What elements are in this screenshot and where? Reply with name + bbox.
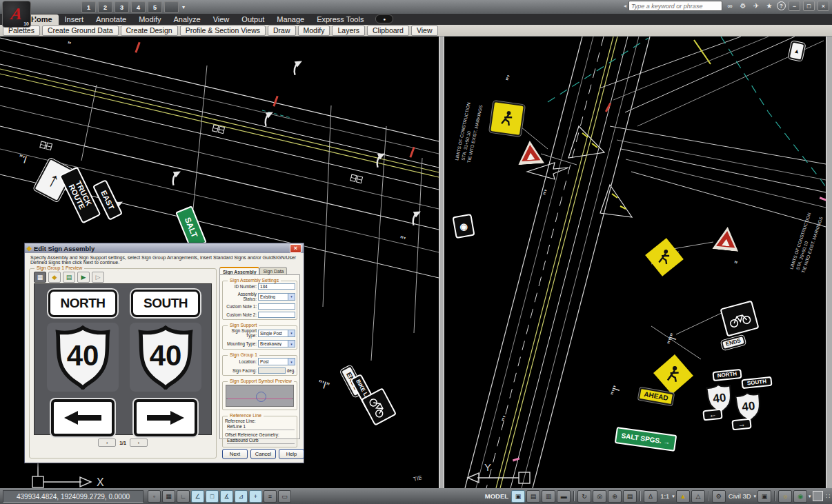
tab-output[interactable]: Output <box>235 14 270 25</box>
cancel-button[interactable]: Cancel <box>250 449 276 459</box>
qat-caret-icon[interactable]: ▾ <box>182 4 185 10</box>
tab-manage[interactable]: Manage <box>270 14 310 25</box>
south-label: SOUTH <box>747 379 767 387</box>
dialog-title-bar[interactable]: ◆ Edit Sign Assembly × <box>25 243 304 253</box>
communication-center-icon[interactable]: ✈ <box>751 1 762 11</box>
quick-properties-toggle[interactable]: ▭ <box>278 490 291 503</box>
panel-create-design[interactable]: Create Design <box>121 26 178 36</box>
panel-create-ground-data[interactable]: Create Ground Data <box>42 26 119 36</box>
panel-layers[interactable]: Layers <box>332 26 365 36</box>
tab-analyze[interactable]: Analyze <box>168 14 207 25</box>
showmotion-icon[interactable]: ▤ <box>623 490 637 503</box>
sign-preview-area[interactable]: NORTH 40 SOUTH <box>34 283 212 435</box>
panel-clipboard[interactable]: Clipboard <box>367 26 409 36</box>
preview-tool-edit-sign-button[interactable]: ▤ <box>63 272 75 283</box>
next-button[interactable]: Next <box>222 449 248 459</box>
tab-insert[interactable]: Insert <box>59 14 90 25</box>
panel-profile-section-views[interactable]: Profile & Section Views <box>180 26 266 36</box>
pager-next-button[interactable]: › <box>130 439 148 447</box>
viewport-divider[interactable] <box>439 37 444 488</box>
maximize-button[interactable]: □ <box>803 1 815 11</box>
help-icon[interactable]: ? <box>777 1 786 10</box>
status-menu-caret-icon[interactable]: ▾ <box>809 494 811 499</box>
autocad-logo-icon: A <box>10 5 23 23</box>
lock-icon[interactable]: ▣ <box>757 490 771 503</box>
location-select[interactable]: Post ▾ <box>258 358 295 365</box>
annotation-scale-icon[interactable]: ∆ <box>644 490 657 503</box>
favorites-star-icon[interactable]: ★ <box>764 1 775 11</box>
assembly-status-select[interactable]: Existing ▾ <box>258 293 295 301</box>
dynamic-input-toggle[interactable]: + <box>249 490 262 503</box>
workspace-label[interactable]: Civil 3D <box>729 492 751 500</box>
minimize-button[interactable]: − <box>789 1 800 11</box>
pan-icon[interactable]: ⊕ <box>608 490 622 503</box>
search-input[interactable] <box>628 1 722 11</box>
preview-tool-display-button[interactable]: ▦ <box>34 272 46 283</box>
subscription-wrench-icon[interactable]: ⚙ <box>737 1 749 11</box>
panel-modify[interactable]: Modify <box>298 26 330 36</box>
sign-arrow-left-plate[interactable]: ← <box>702 409 722 421</box>
sign-ped-square[interactable] <box>489 101 525 137</box>
tab-modify[interactable]: Modify <box>132 14 167 25</box>
qat-button-1[interactable]: 1 <box>81 1 96 13</box>
dialog-close-button[interactable]: × <box>290 244 301 253</box>
mounting-type-select[interactable]: Breakaway ▾ <box>258 340 295 347</box>
performance-bulb-icon[interactable]: ☼ <box>778 490 792 503</box>
up-arrow-glyph: ↑ <box>44 168 63 192</box>
dropdown-arrow-icon: ▾ <box>288 294 295 300</box>
symbol-preview-box <box>226 385 294 407</box>
resize-grip[interactable]: ∷ <box>826 492 830 500</box>
ducs-toggle[interactable]: ⊿ <box>235 490 248 503</box>
svg-text:”’: ”’ <box>500 415 510 423</box>
orbit-icon[interactable]: ↻ <box>577 490 591 503</box>
workspace-gear-icon[interactable]: ⚙ <box>712 490 726 503</box>
quick-view-button[interactable]: ▬ <box>557 490 571 503</box>
otrack-toggle[interactable]: ∡ <box>220 490 233 503</box>
snap-toggle[interactable]: ▫ <box>148 490 161 503</box>
sign-small-marker[interactable]: ◉ <box>452 214 475 239</box>
osnap-toggle[interactable]: □ <box>206 490 219 503</box>
layout1-button[interactable]: ▤ <box>526 490 540 503</box>
tab-annotate[interactable]: Annotate <box>90 14 132 25</box>
qat-button-2[interactable]: 2 <box>98 1 112 13</box>
preview-tool-move-right-button[interactable]: ▷ <box>92 272 104 283</box>
workspace-caret-icon[interactable]: ▾ <box>754 494 757 499</box>
qat-button-6[interactable] <box>164 1 179 13</box>
model-space-button[interactable]: ▣ <box>511 490 525 503</box>
search-icon[interactable]: ∞ <box>724 1 735 11</box>
zoom-icon[interactable]: ◎ <box>593 490 606 503</box>
sign-facing-field[interactable] <box>258 367 286 374</box>
globe-icon[interactable]: ◉ <box>793 490 807 503</box>
qat-button-3[interactable]: 3 <box>115 1 129 13</box>
tab-express-tools[interactable]: Express Tools <box>310 14 370 25</box>
sign-arrow-right-plate[interactable]: → <box>731 419 751 431</box>
grid-toggle[interactable]: ▦ <box>162 490 175 503</box>
infocenter: ◂ ∞ ⚙ ✈ ★ ? − □ × <box>624 1 829 11</box>
preview-tool-move-left-button[interactable]: ▶ <box>77 272 90 283</box>
annotation-scale-value[interactable]: 1:1 <box>660 492 669 500</box>
close-button[interactable]: × <box>818 1 829 11</box>
id-number-field[interactable] <box>258 283 295 290</box>
ribbon-minimize-pill[interactable]: ● <box>375 14 393 23</box>
support-type-select[interactable]: Single Post ▾ <box>258 330 295 337</box>
layout2-button[interactable]: ▥ <box>542 490 555 503</box>
qat-button-5[interactable]: 5 <box>148 1 162 13</box>
annotation-visibility-icon[interactable]: ▲ <box>676 490 690 503</box>
tab-view[interactable]: View <box>207 14 236 25</box>
custom-note2-field[interactable] <box>258 312 295 318</box>
auto-annotation-icon[interactable]: △ <box>691 490 705 503</box>
application-menu-button[interactable]: A 10 ▾ <box>2 1 31 28</box>
help-button[interactable]: Help <box>279 449 304 459</box>
annotation-scale-caret-icon[interactable]: ▾ <box>672 494 675 499</box>
panel-draw[interactable]: Draw <box>268 26 296 36</box>
infocenter-collapse-icon[interactable]: ◂ <box>624 3 626 9</box>
clean-screen-button[interactable] <box>813 491 823 501</box>
qat-button-4[interactable]: 4 <box>131 1 146 13</box>
pager-prev-button[interactable]: ‹ <box>98 439 116 447</box>
custom-note1-field[interactable] <box>258 303 295 310</box>
preview-tool-insert-sign-button[interactable]: ◆ <box>48 272 61 283</box>
panel-view[interactable]: View <box>411 26 438 36</box>
polar-toggle[interactable]: ∠ <box>191 490 204 503</box>
lineweight-toggle[interactable]: ≡ <box>264 490 277 503</box>
ortho-toggle[interactable]: ∟ <box>177 490 190 503</box>
